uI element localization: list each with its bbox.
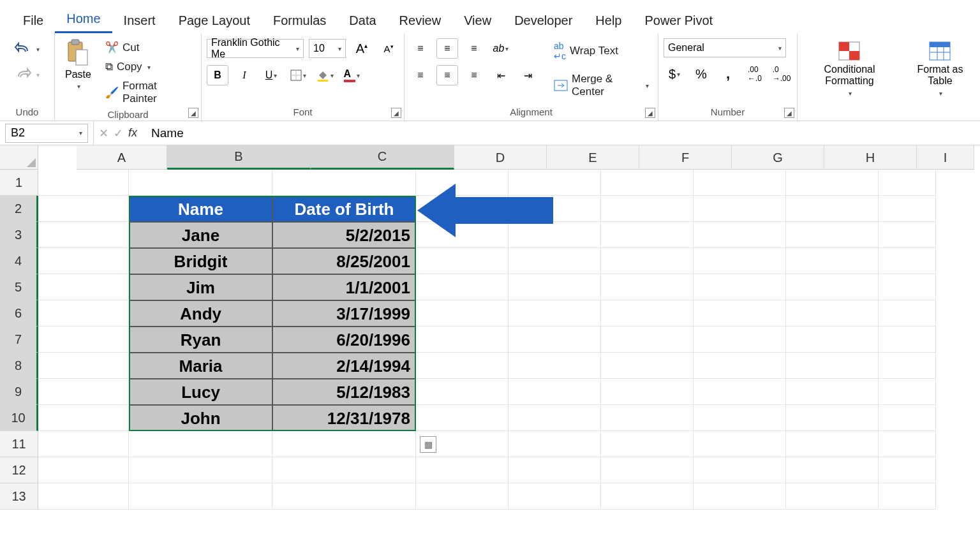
cell-G6[interactable] [694,300,786,327]
cell-C13[interactable] [272,483,416,510]
cell-A2[interactable] [38,196,129,222]
cell-E1[interactable] [509,170,601,196]
cell-D9[interactable] [416,379,509,405]
align-left-button[interactable]: ≡ [410,65,431,85]
cell-I12[interactable] [879,457,936,483]
wrap-text-button[interactable]: ab↵cWrap Text [550,38,653,64]
cell-B5[interactable]: Jim [129,274,272,300]
row-header-12[interactable]: 12 [0,457,38,483]
align-middle-button[interactable]: ≡ [436,38,458,59]
formula-input[interactable]: Name [142,126,184,140]
cell-C12[interactable] [272,457,416,483]
italic-button[interactable]: I [234,65,255,85]
number-dialog-launcher[interactable]: ◢ [784,108,794,118]
cell-H10[interactable] [786,405,879,431]
cancel-formula-icon[interactable]: ✕ [99,126,108,140]
cell-D7[interactable] [416,327,509,353]
row-header-7[interactable]: 7 [0,327,38,353]
col-header-H[interactable]: H [824,145,917,170]
cut-button[interactable]: ✂️Cut [101,38,196,57]
col-header-E[interactable]: E [547,145,639,170]
cell-I9[interactable] [879,379,936,405]
fx-icon[interactable]: fx [128,126,137,140]
name-box[interactable]: B2▾ [5,124,88,143]
cell-C5[interactable]: 1/1/2001 [272,274,416,300]
cell-D12[interactable] [416,457,509,483]
cell-F5[interactable] [601,274,694,300]
redo-button[interactable]: ▾ [11,65,43,84]
cell-I3[interactable] [879,222,936,248]
cell-G5[interactable] [694,274,786,300]
worksheet-grid[interactable]: A B C D E F G H I 12NameDate of Birth3Ja… [0,145,980,510]
col-header-I[interactable]: I [917,145,974,170]
cell-H1[interactable] [786,170,879,196]
cell-D6[interactable] [416,300,509,327]
cell-F1[interactable] [601,170,694,196]
tab-review[interactable]: Review [388,7,453,33]
cell-C4[interactable]: 8/25/2001 [272,248,416,274]
cell-G1[interactable] [694,170,786,196]
cell-H3[interactable] [786,222,879,248]
underline-button[interactable]: U▾ [260,65,282,85]
alignment-dialog-launcher[interactable]: ◢ [645,108,655,118]
decrease-decimal-button[interactable]: .0→.00 [771,64,792,84]
cell-C6[interactable]: 3/17/1999 [272,300,416,327]
row-header-10[interactable]: 10 [0,405,38,431]
cell-G12[interactable] [694,457,786,483]
row-header-9[interactable]: 9 [0,379,38,405]
cell-C2[interactable]: Date of Birth [272,196,416,222]
tab-page-layout[interactable]: Page Layout [167,7,262,33]
cell-A7[interactable] [38,327,129,353]
cell-H11[interactable] [786,431,879,457]
cell-G7[interactable] [694,327,786,353]
increase-indent-button[interactable]: ⇥ [517,65,538,85]
tab-file[interactable]: File [11,7,55,33]
cell-G11[interactable] [694,431,786,457]
cell-C3[interactable]: 5/2/2015 [272,222,416,248]
align-center-button[interactable]: ≡ [436,65,458,85]
enter-formula-icon[interactable]: ✓ [114,126,123,140]
percent-button[interactable]: % [690,64,712,84]
bold-button[interactable]: B [207,65,228,85]
clipboard-dialog-launcher[interactable]: ◢ [188,108,198,118]
col-header-D[interactable]: D [454,145,547,170]
cell-A5[interactable] [38,274,129,300]
fill-color-button[interactable]: ▾ [314,65,336,85]
tab-data[interactable]: Data [338,7,387,33]
cell-F2[interactable] [601,196,694,222]
cell-I1[interactable] [879,170,936,196]
number-format-select[interactable]: General▾ [664,38,786,57]
row-header-3[interactable]: 3 [0,222,38,248]
cell-E13[interactable] [509,483,601,510]
cell-G3[interactable] [694,222,786,248]
cell-I10[interactable] [879,405,936,431]
cell-D13[interactable] [416,483,509,510]
undo-button[interactable]: ▾ [11,40,43,59]
cell-B7[interactable]: Ryan [129,327,272,353]
merge-center-button[interactable]: Merge & Center▾ [550,70,653,101]
cell-G9[interactable] [694,379,786,405]
tab-developer[interactable]: Developer [503,7,584,33]
col-header-C[interactable]: C [311,145,454,170]
cell-F8[interactable] [601,353,694,379]
row-header-8[interactable]: 8 [0,353,38,379]
cell-B6[interactable]: Andy [129,300,272,327]
cell-G13[interactable] [694,483,786,510]
cell-G8[interactable] [694,353,786,379]
cell-A3[interactable] [38,222,129,248]
copy-button[interactable]: ⧉Copy▾ [101,58,196,76]
tab-power-pivot[interactable]: Power Pivot [633,7,724,33]
row-header-1[interactable]: 1 [0,170,38,196]
cell-F4[interactable] [601,248,694,274]
cell-H2[interactable] [786,196,879,222]
cell-H5[interactable] [786,274,879,300]
cell-F9[interactable] [601,379,694,405]
cell-B10[interactable]: John [129,405,272,431]
cell-F11[interactable] [601,431,694,457]
orientation-button[interactable]: ab▾ [490,38,512,59]
paste-button[interactable]: Paste▾ [60,36,96,93]
cell-E3[interactable] [509,222,601,248]
cell-G10[interactable] [694,405,786,431]
format-painter-button[interactable]: 🖌️Format Painter [101,77,196,108]
cell-D8[interactable] [416,353,509,379]
